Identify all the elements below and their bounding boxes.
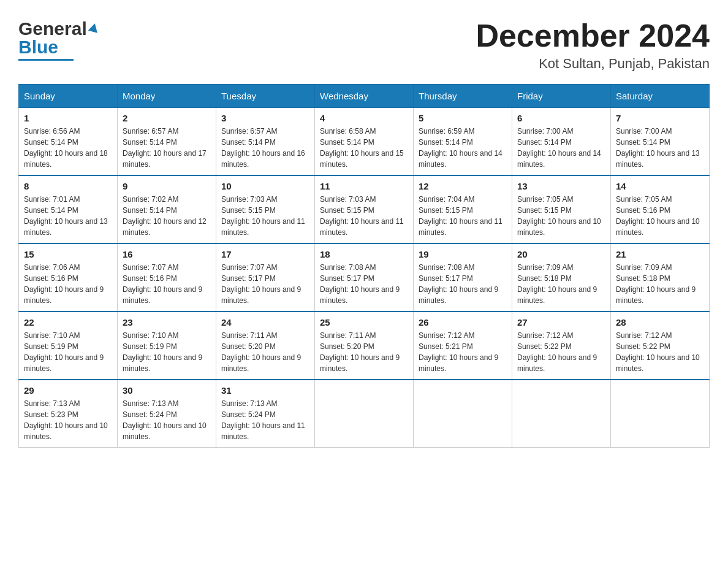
- calendar-cell: 13Sunrise: 7:05 AMSunset: 5:15 PMDayligh…: [512, 175, 611, 243]
- calendar-cell: 19Sunrise: 7:08 AMSunset: 5:17 PMDayligh…: [414, 243, 512, 312]
- day-info: Sunrise: 7:05 AMSunset: 5:15 PMDaylight:…: [517, 194, 605, 238]
- day-number: 25: [320, 317, 408, 327]
- logo-triangle-icon: [88, 22, 99, 36]
- day-number: 2: [123, 113, 211, 123]
- day-info: Sunrise: 7:08 AMSunset: 5:17 PMDaylight:…: [320, 262, 408, 306]
- day-info: Sunrise: 7:13 AMSunset: 5:23 PMDaylight:…: [24, 398, 112, 442]
- day-info: Sunrise: 7:07 AMSunset: 5:16 PMDaylight:…: [123, 262, 211, 306]
- day-number: 31: [221, 385, 309, 396]
- location: Kot Sultan, Punjab, Pakistan: [476, 56, 710, 72]
- calendar-header-row: Sunday Monday Tuesday Wednesday Thursday…: [19, 85, 710, 108]
- day-info: Sunrise: 7:10 AMSunset: 5:19 PMDaylight:…: [24, 330, 112, 374]
- day-info: Sunrise: 7:09 AMSunset: 5:18 PMDaylight:…: [616, 262, 704, 306]
- day-number: 7: [616, 113, 704, 123]
- calendar-cell: 27Sunrise: 7:12 AMSunset: 5:22 PMDayligh…: [512, 312, 611, 380]
- day-info: Sunrise: 7:02 AMSunset: 5:14 PMDaylight:…: [123, 194, 211, 238]
- calendar-week-row: 15Sunrise: 7:06 AMSunset: 5:16 PMDayligh…: [19, 243, 710, 312]
- calendar-cell: 25Sunrise: 7:11 AMSunset: 5:20 PMDayligh…: [315, 312, 414, 380]
- day-number: 5: [419, 113, 507, 123]
- day-info: Sunrise: 7:12 AMSunset: 5:21 PMDaylight:…: [419, 330, 507, 374]
- logo-underline: [18, 59, 74, 61]
- day-info: Sunrise: 7:11 AMSunset: 5:20 PMDaylight:…: [320, 330, 408, 374]
- calendar-cell: [414, 380, 512, 448]
- day-number: 18: [320, 249, 408, 259]
- calendar-cell: 22Sunrise: 7:10 AMSunset: 5:19 PMDayligh…: [19, 312, 118, 380]
- day-info: Sunrise: 7:11 AMSunset: 5:20 PMDaylight:…: [221, 330, 309, 374]
- calendar-cell: 6Sunrise: 7:00 AMSunset: 5:14 PMDaylight…: [512, 108, 611, 176]
- calendar-cell: 3Sunrise: 6:57 AMSunset: 5:14 PMDaylight…: [216, 108, 315, 176]
- col-monday: Monday: [118, 85, 216, 108]
- col-sunday: Sunday: [19, 85, 118, 108]
- day-number: 16: [123, 249, 211, 259]
- calendar-cell: 2Sunrise: 6:57 AMSunset: 5:14 PMDaylight…: [118, 108, 216, 176]
- day-number: 14: [616, 181, 704, 191]
- day-number: 1: [24, 113, 112, 123]
- day-number: 22: [24, 317, 112, 327]
- calendar-week-row: 29Sunrise: 7:13 AMSunset: 5:23 PMDayligh…: [19, 380, 710, 448]
- calendar-week-row: 8Sunrise: 7:01 AMSunset: 5:14 PMDaylight…: [19, 175, 710, 243]
- logo-general-text: General: [18, 18, 87, 39]
- day-info: Sunrise: 7:13 AMSunset: 5:24 PMDaylight:…: [221, 398, 309, 442]
- col-friday: Friday: [512, 85, 611, 108]
- day-info: Sunrise: 7:08 AMSunset: 5:17 PMDaylight:…: [419, 262, 507, 306]
- day-info: Sunrise: 7:04 AMSunset: 5:15 PMDaylight:…: [419, 194, 507, 238]
- calendar-cell: 11Sunrise: 7:03 AMSunset: 5:15 PMDayligh…: [315, 175, 414, 243]
- calendar-cell: 7Sunrise: 7:00 AMSunset: 5:14 PMDaylight…: [611, 108, 710, 176]
- col-tuesday: Tuesday: [216, 85, 315, 108]
- day-info: Sunrise: 7:00 AMSunset: 5:14 PMDaylight:…: [517, 126, 605, 170]
- calendar-cell: 15Sunrise: 7:06 AMSunset: 5:16 PMDayligh…: [19, 243, 118, 312]
- day-number: 28: [616, 317, 704, 327]
- calendar-cell: 20Sunrise: 7:09 AMSunset: 5:18 PMDayligh…: [512, 243, 611, 312]
- calendar-cell: 14Sunrise: 7:05 AMSunset: 5:16 PMDayligh…: [611, 175, 710, 243]
- calendar-cell: 9Sunrise: 7:02 AMSunset: 5:14 PMDaylight…: [118, 175, 216, 243]
- day-number: 30: [123, 385, 211, 396]
- day-number: 13: [517, 181, 605, 191]
- calendar-week-row: 22Sunrise: 7:10 AMSunset: 5:19 PMDayligh…: [19, 312, 710, 380]
- title-section: December 2024 Kot Sultan, Punjab, Pakist…: [476, 18, 710, 72]
- calendar-cell: 30Sunrise: 7:13 AMSunset: 5:24 PMDayligh…: [118, 380, 216, 448]
- month-title: December 2024: [476, 18, 710, 53]
- day-info: Sunrise: 6:57 AMSunset: 5:14 PMDaylight:…: [221, 126, 309, 170]
- day-number: 20: [517, 249, 605, 259]
- calendar-cell: 26Sunrise: 7:12 AMSunset: 5:21 PMDayligh…: [414, 312, 512, 380]
- calendar-cell: 12Sunrise: 7:04 AMSunset: 5:15 PMDayligh…: [414, 175, 512, 243]
- calendar-week-row: 1Sunrise: 6:56 AMSunset: 5:14 PMDaylight…: [19, 108, 710, 176]
- calendar-cell: 4Sunrise: 6:58 AMSunset: 5:14 PMDaylight…: [315, 108, 414, 176]
- calendar-table: Sunday Monday Tuesday Wednesday Thursday…: [18, 84, 710, 448]
- day-number: 23: [123, 317, 211, 327]
- calendar-cell: 1Sunrise: 6:56 AMSunset: 5:14 PMDaylight…: [19, 108, 118, 176]
- calendar-cell: 18Sunrise: 7:08 AMSunset: 5:17 PMDayligh…: [315, 243, 414, 312]
- day-number: 4: [320, 113, 408, 123]
- day-number: 24: [221, 317, 309, 327]
- day-number: 12: [419, 181, 507, 191]
- col-saturday: Saturday: [611, 85, 710, 108]
- day-info: Sunrise: 6:59 AMSunset: 5:14 PMDaylight:…: [419, 126, 507, 170]
- calendar-cell: 16Sunrise: 7:07 AMSunset: 5:16 PMDayligh…: [118, 243, 216, 312]
- day-info: Sunrise: 7:10 AMSunset: 5:19 PMDaylight:…: [123, 330, 211, 374]
- calendar-cell: [512, 380, 611, 448]
- calendar-cell: 21Sunrise: 7:09 AMSunset: 5:18 PMDayligh…: [611, 243, 710, 312]
- calendar-cell: 10Sunrise: 7:03 AMSunset: 5:15 PMDayligh…: [216, 175, 315, 243]
- logo: General Blue: [18, 18, 99, 61]
- day-number: 6: [517, 113, 605, 123]
- calendar-cell: 28Sunrise: 7:12 AMSunset: 5:22 PMDayligh…: [611, 312, 710, 380]
- day-info: Sunrise: 7:06 AMSunset: 5:16 PMDaylight:…: [24, 262, 112, 306]
- calendar-cell: [611, 380, 710, 448]
- calendar-cell: 17Sunrise: 7:07 AMSunset: 5:17 PMDayligh…: [216, 243, 315, 312]
- day-info: Sunrise: 6:56 AMSunset: 5:14 PMDaylight:…: [24, 126, 112, 170]
- day-info: Sunrise: 6:58 AMSunset: 5:14 PMDaylight:…: [320, 126, 408, 170]
- day-number: 10: [221, 181, 309, 191]
- col-wednesday: Wednesday: [315, 85, 414, 108]
- calendar-cell: [315, 380, 414, 448]
- day-number: 29: [24, 385, 112, 396]
- day-info: Sunrise: 7:03 AMSunset: 5:15 PMDaylight:…: [320, 194, 408, 238]
- day-number: 26: [419, 317, 507, 327]
- day-info: Sunrise: 7:00 AMSunset: 5:14 PMDaylight:…: [616, 126, 704, 170]
- day-number: 3: [221, 113, 309, 123]
- day-info: Sunrise: 7:12 AMSunset: 5:22 PMDaylight:…: [616, 330, 704, 374]
- day-number: 15: [24, 249, 112, 259]
- day-number: 17: [221, 249, 309, 259]
- calendar-cell: 31Sunrise: 7:13 AMSunset: 5:24 PMDayligh…: [216, 380, 315, 448]
- day-number: 8: [24, 181, 112, 191]
- col-thursday: Thursday: [414, 85, 512, 108]
